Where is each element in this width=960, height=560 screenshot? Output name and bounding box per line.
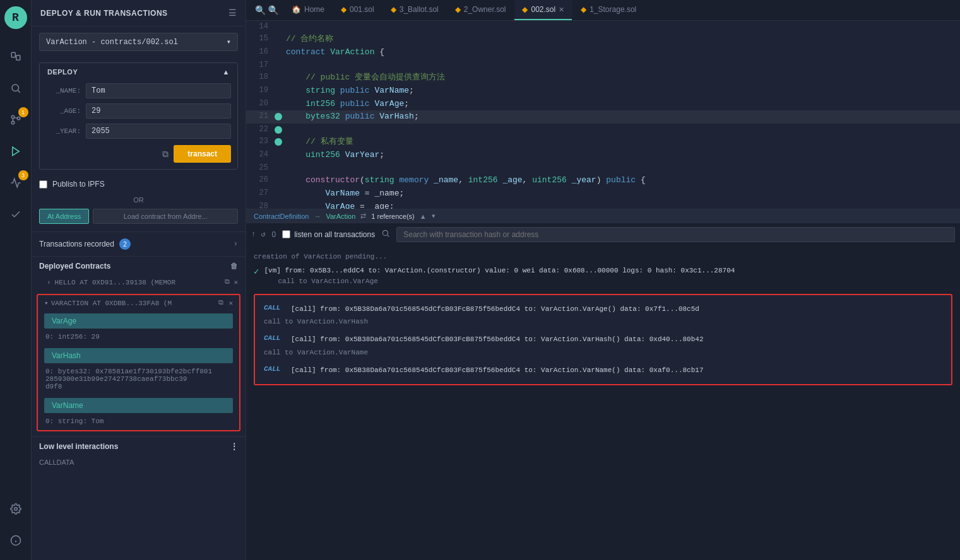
breakpoint-23 [275, 138, 282, 146]
zoom-in-icon[interactable]: 🔍 [255, 5, 266, 16]
transactions-recorded[interactable]: Transactions recorded 2 › [32, 231, 246, 256]
ipfs-label: Publish to IPFS [52, 180, 105, 189]
deployed-item-icons: ⧉ ✕ [225, 278, 238, 286]
tab-1storagesol[interactable]: ◆ 1_Storage.sol [573, 0, 644, 20]
low-level-title: Low level interactions [39, 442, 118, 451]
ref-definition: ContractDefinition [254, 213, 309, 220]
close-deployed-icon[interactable]: ✕ [234, 278, 238, 286]
sidebar-item-deploy[interactable] [6, 141, 26, 161]
deployed-item-chevron[interactable]: › [47, 279, 51, 286]
svg-marker-9 [12, 147, 19, 156]
copy-deployed-icon[interactable]: ⧉ [225, 278, 230, 286]
copy-button[interactable]: ⧉ [162, 149, 169, 160]
varname-button[interactable]: VarName [44, 398, 233, 413]
call-sub-2: call to VarAction.VarName [264, 347, 942, 358]
svg-point-6 [17, 117, 20, 120]
tab-search-icons: 🔍 🔎 [251, 5, 283, 16]
low-level-icon[interactable]: ⋮ [230, 442, 238, 451]
close-tab-icon[interactable]: ✕ [559, 6, 564, 14]
output-success-content: [vm] from: 0x5B3...eddC4 to: VarAction.(… [264, 265, 735, 286]
field-row-year: _YEAR: [40, 121, 237, 141]
tab-2ownersol[interactable]: ◆ 2_Owner.sol [447, 0, 514, 20]
tab-2owner-label: 2_Owner.sol [464, 5, 506, 14]
deploy-section-header[interactable]: DEPLOY ▲ [40, 63, 237, 81]
output-success-text: [vm] from: 0x5B3...eddC4 to: VarAction.(… [264, 265, 735, 276]
code-line-22: 22 [246, 124, 960, 136]
svg-point-5 [11, 121, 15, 124]
tab-home[interactable]: 🏠 Home [284, 0, 332, 20]
transact-button[interactable]: transact [174, 145, 231, 163]
load-contract-button[interactable]: Load contract from Addre... [93, 209, 238, 224]
deploy-panel-title: DEPLOY & RUN TRANSACTIONS [40, 9, 168, 18]
ref-chevron-down-icon[interactable]: ▾ [432, 212, 436, 220]
field-row-age: _AGE: [40, 101, 237, 121]
output-success: ✓ [vm] from: 0x5B3...eddC4 to: VarAction… [254, 263, 952, 289]
varaction-icons: ⧉ ✕ [218, 299, 233, 307]
varage-button[interactable]: VarAge [44, 313, 233, 329]
varaction-header[interactable]: ▾ VARACTION AT 0XDBB...33FA8 (M ⧉ ✕ [38, 295, 239, 311]
code-line-24: 24 uint256 VarYear; [246, 149, 960, 162]
arrow-up-icon[interactable]: ↑ [251, 230, 256, 239]
varhash-button[interactable]: VarHash [44, 348, 233, 363]
tabs-bar: 🔍 🔎 🏠 Home ◆ 001.sol ◆ 3_Ballot.sol ◆ 2_… [246, 0, 960, 21]
ipfs-row: Publish to IPFS [32, 175, 246, 194]
svg-point-4 [11, 115, 15, 119]
breakpoint-22 [275, 126, 282, 134]
git-badge: 1 [18, 107, 28, 117]
field-label-name: _NAME: [46, 87, 81, 95]
deploy-panel: DEPLOY & RUN TRANSACTIONS ☰ VarAction - … [32, 0, 246, 560]
tab-001sol[interactable]: ◆ 001.sol [333, 0, 382, 20]
tab-002sol[interactable]: ◆ 002.sol ✕ [514, 0, 572, 20]
sidebar-item-analytics[interactable]: 3 [6, 173, 26, 193]
call-line-3: CALL [call] from: 0x5B38Da6a701c568545dC… [264, 363, 942, 378]
contract-selector[interactable]: VarAction - contracts/002.sol ▾ [39, 33, 238, 51]
sidebar-item-git[interactable]: 1 [6, 110, 26, 130]
deployed-contracts-icons: 🗑 [230, 262, 238, 271]
field-input-year[interactable] [86, 124, 231, 139]
svg-point-10 [14, 508, 17, 511]
ref-arrow-icon: → [314, 213, 321, 220]
tab-3ballot-label: 3_Ballot.sol [400, 5, 439, 14]
code-line-17: 17 [246, 59, 960, 71]
field-row-name: _NAME: [40, 81, 237, 101]
deploy-panel-header: DEPLOY & RUN TRANSACTIONS ☰ [32, 0, 246, 26]
tab-001-label: 001.sol [350, 5, 374, 14]
deployed-item-hello: › HELLO AT 0XD91...39138 (MEMOR ⧉ ✕ [32, 276, 246, 289]
deploy-section-title: DEPLOY [47, 68, 78, 76]
panel-close-icon[interactable]: ☰ [228, 8, 237, 18]
output-pending: creation of VarAction pending... [254, 250, 952, 263]
refresh-icon[interactable]: ↺ [261, 230, 265, 239]
tx-recorded-left: Transactions recorded 2 [39, 238, 131, 250]
copy-varaction-icon[interactable]: ⧉ [218, 299, 223, 307]
ref-chevron-up-icon[interactable]: ▲ [420, 213, 427, 220]
sidebar-item-settings[interactable] [6, 499, 26, 519]
tx-count-value: 0 [271, 230, 276, 239]
trash-icon[interactable]: 🗑 [230, 262, 238, 271]
deploy-section: DEPLOY ▲ _NAME: _AGE: _YEAR: ⧉ transact [39, 62, 238, 170]
zoom-out-icon[interactable]: 🔎 [268, 5, 279, 16]
search-tx-input[interactable] [396, 227, 955, 242]
sidebar: R 1 3 [0, 0, 32, 560]
field-input-name[interactable] [86, 83, 231, 98]
call-text-3: [call] from: 0x5B38Da6a701c568545dCfcB03… [291, 365, 704, 376]
tx-count: 0 [271, 230, 276, 239]
tab-3ballorsol[interactable]: ◆ 3_Ballot.sol [383, 0, 446, 20]
sidebar-item-check[interactable] [6, 204, 26, 225]
listen-checkbox[interactable] [282, 230, 290, 238]
code-line-25: 25 [246, 162, 960, 174]
svg-line-15 [388, 235, 389, 236]
or-divider: OR [32, 194, 246, 206]
sidebar-item-search[interactable] [6, 78, 26, 98]
code-line-15: 15 // 合约名称 [246, 33, 960, 46]
field-input-age[interactable] [86, 103, 231, 119]
sidebar-item-files[interactable] [6, 47, 26, 67]
ipfs-checkbox[interactable] [39, 180, 47, 189]
output-area: creation of VarAction pending... ✓ [vm] … [246, 245, 960, 560]
code-line-14: 14 [246, 21, 960, 33]
ref-expand-icon[interactable]: ⇄ [360, 212, 366, 220]
close-varaction-icon[interactable]: ✕ [228, 299, 233, 307]
code-line-19: 19 string public VarName; [246, 85, 960, 98]
at-address-button[interactable]: At Address [39, 209, 89, 224]
sidebar-item-info[interactable] [6, 530, 26, 551]
code-line-16: 16 contract VarAction { [246, 46, 960, 59]
